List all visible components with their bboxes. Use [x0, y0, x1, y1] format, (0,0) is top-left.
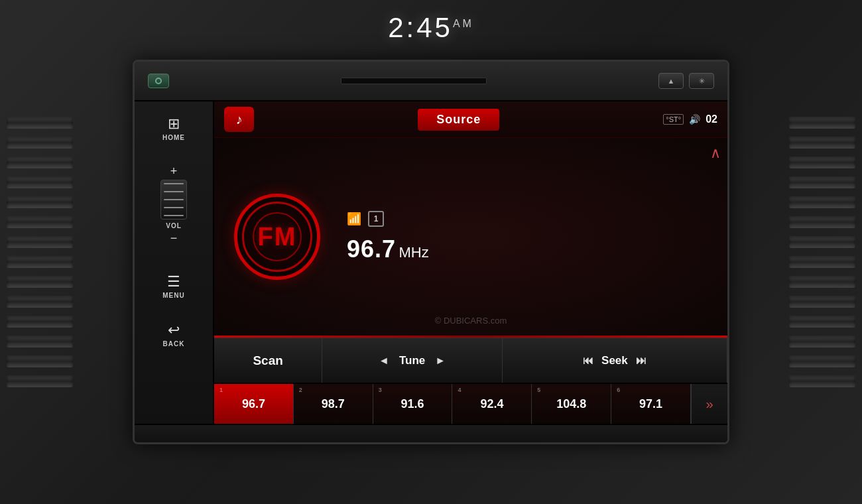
volume-icon: 🔊 [689, 114, 700, 125]
vent-slat [7, 256, 73, 268]
watermark: © DUBICARS.com [435, 316, 507, 326]
tune-control[interactable]: ◄ Tune ► [322, 338, 503, 383]
presets-next-button[interactable]: » [691, 384, 727, 424]
fm-info: 📶 1 96.7 MHz [320, 211, 708, 263]
main-screen: ♪ Source °ST° 🔊 02 FM [214, 101, 727, 424]
car-frame: 2:45AM [0, 0, 862, 504]
tune-prev-icon: ◄ [379, 355, 389, 367]
frequency-value: 96.7 [347, 235, 396, 263]
menu-icon: ☰ [167, 275, 180, 289]
vent-slat [789, 176, 855, 188]
vent-slat [7, 316, 73, 328]
vent-slat [789, 336, 855, 347]
menu-button[interactable]: ☰ MENU [154, 269, 192, 304]
presets-bar: 1 96.7 2 98.7 3 91.6 4 92.4 [214, 383, 727, 424]
fm-logo: FM [234, 194, 320, 280]
tune-next-icon: ► [435, 355, 446, 367]
vent-slat [7, 196, 73, 208]
fm-display: FM 📶 1 96.7 MHz © DUBICARS.com ∧ [214, 138, 727, 336]
preset-button-1[interactable]: 1 96.7 [214, 384, 294, 424]
home-label: HOME [162, 134, 185, 141]
vol-minus-icon: − [170, 232, 178, 244]
back-icon: ↩ [168, 323, 180, 338]
preset-num-1: 1 [219, 387, 223, 393]
vent-slat [7, 176, 73, 188]
power-icon [155, 78, 162, 84]
frequency-unit: MHz [399, 244, 429, 261]
preset-button-2[interactable]: 2 98.7 [294, 384, 373, 424]
back-button[interactable]: ↩ BACK [155, 318, 193, 353]
source-button[interactable]: Source [418, 109, 499, 131]
scroll-chevron-icon[interactable]: ∧ [710, 145, 721, 162]
scan-button[interactable]: Scan [214, 338, 322, 383]
vent-slat [789, 375, 855, 387]
head-unit-top: ▲ ✳ [135, 62, 727, 101]
clock-display: 2:45AM [388, 12, 474, 44]
vent-slat [789, 256, 855, 268]
head-unit: ▲ ✳ ⊞ HOME + [133, 60, 729, 444]
preset-button-5[interactable]: 5 104.8 [532, 384, 611, 424]
vent-slat [789, 196, 855, 208]
fm-text: FM [258, 223, 297, 251]
vent-slat [789, 236, 855, 248]
preset-freq-2: 98.7 [322, 397, 345, 411]
seek-prev-icon: ⏮ [583, 355, 593, 367]
preset-freq-3: 91.6 [401, 397, 424, 411]
controls-bar: Scan ◄ Tune ► ⏮ Seek ⏭ [214, 338, 727, 383]
vent-slat [789, 216, 855, 228]
clock-period: AM [453, 18, 474, 29]
vent-slat [789, 137, 855, 149]
vent-slat [789, 355, 855, 367]
vent-slat [7, 117, 73, 129]
sidebar: ⊞ HOME + VOL − ☰ [135, 101, 214, 424]
vent-slat [7, 375, 73, 387]
vent-slat [7, 355, 73, 367]
head-unit-content: ⊞ HOME + VOL − ☰ [135, 101, 727, 424]
vent-slat [7, 236, 73, 248]
vent-slat [7, 137, 73, 149]
vent-slat [789, 276, 855, 288]
cd-slot [341, 78, 487, 84]
home-button[interactable]: ⊞ HOME [154, 111, 193, 147]
preset-freq-1: 96.7 [242, 397, 265, 411]
vol-slider [160, 180, 187, 220]
vent-slat [7, 296, 73, 308]
eject-button[interactable]: ▲ [658, 73, 684, 89]
preset-freq-5: 104.8 [556, 397, 586, 411]
power-button[interactable] [148, 74, 169, 88]
vol-control[interactable]: + VOL − [153, 160, 195, 249]
vent-slat [789, 316, 855, 328]
fm-signals: 📶 1 [347, 211, 708, 227]
top-right-buttons: ▲ ✳ [658, 73, 714, 89]
asterisk-button[interactable]: ✳ [689, 73, 714, 89]
vent-slat [789, 157, 855, 168]
preset-freq-6: 97.1 [639, 397, 662, 411]
preset-num-4: 4 [458, 387, 461, 393]
vent-slat [7, 216, 73, 228]
vol-label: VOL [166, 222, 182, 229]
vol-plus-icon: + [170, 165, 178, 177]
seek-next-icon: ⏭ [636, 355, 646, 367]
volume-level: 02 [706, 113, 717, 125]
preset-num-5: 5 [537, 387, 540, 393]
preset-button-4[interactable]: 4 92.4 [452, 384, 532, 424]
seek-control[interactable]: ⏮ Seek ⏭ [503, 338, 727, 383]
menu-label: MENU [162, 292, 184, 299]
preset-button-6[interactable]: 6 97.1 [611, 384, 691, 424]
music-icon-container: ♪ [224, 107, 254, 132]
vent-slat [789, 117, 855, 129]
preset-num-6: 6 [617, 387, 620, 393]
back-label: BACK [163, 340, 185, 347]
header-right: °ST° 🔊 02 [663, 113, 717, 125]
music-icon: ♪ [236, 112, 243, 127]
preset-num-2: 2 [299, 387, 302, 393]
vent-left [0, 80, 80, 424]
vent-slat [7, 276, 73, 288]
vent-right [782, 80, 862, 424]
head-unit-bottom [135, 424, 727, 442]
vent-slat [789, 296, 855, 308]
channel-badge: 1 [368, 211, 384, 227]
preset-button-3[interactable]: 3 91.6 [373, 384, 453, 424]
presets-next-icon: » [706, 397, 713, 412]
preset-freq-4: 92.4 [480, 397, 503, 411]
